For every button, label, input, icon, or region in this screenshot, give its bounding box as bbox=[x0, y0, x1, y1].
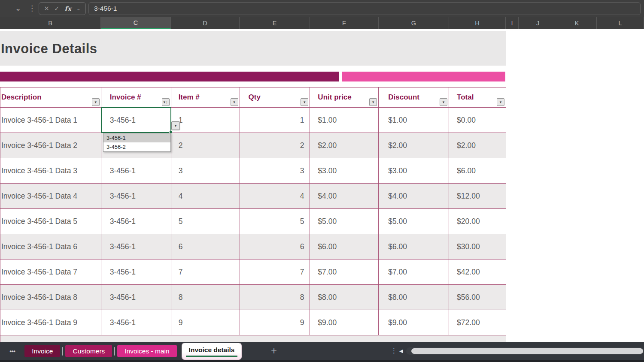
column-header-E[interactable]: E bbox=[240, 17, 310, 29]
filter-button[interactable]: ▾ bbox=[369, 98, 377, 106]
cell[interactable]: 3 bbox=[240, 158, 310, 183]
cell[interactable]: 3 bbox=[171, 158, 240, 183]
cell[interactable]: 2 bbox=[240, 133, 310, 158]
sheet-tab-invoices-main[interactable]: Invoices - main bbox=[117, 345, 176, 357]
cell[interactable]: 8 bbox=[240, 285, 310, 310]
cell[interactable]: 3-456-1 bbox=[101, 108, 171, 133]
cell[interactable]: $5.00 bbox=[379, 209, 449, 234]
cell[interactable]: 4 bbox=[240, 184, 310, 208]
add-sheet-button[interactable]: + bbox=[268, 345, 280, 357]
cell[interactable]: $72.00 bbox=[449, 310, 506, 335]
cell[interactable]: 3-456-1 bbox=[101, 234, 171, 259]
cell[interactable]: $8.00 bbox=[310, 285, 379, 310]
filter-button[interactable]: ▾ bbox=[497, 98, 504, 106]
cell[interactable]: 2 bbox=[171, 133, 240, 158]
cell[interactable]: $7.00 bbox=[310, 259, 379, 284]
fx-chevron-icon[interactable]: ⌄ bbox=[76, 6, 81, 12]
cell[interactable]: $3.00 bbox=[310, 158, 379, 183]
dropdown-option[interactable]: 3-456-1 bbox=[103, 133, 170, 142]
cell[interactable]: Invoice 3-456-1 Data 8 bbox=[0, 285, 101, 310]
column-header-D[interactable]: D bbox=[171, 17, 240, 29]
cell[interactable]: $8.00 bbox=[379, 285, 449, 310]
filter-button[interactable]: ▾↑ bbox=[162, 98, 170, 106]
cell[interactable]: 1 bbox=[240, 108, 310, 133]
scroll-left-icon[interactable]: ◀ bbox=[399, 348, 403, 354]
column-header-C[interactable]: C bbox=[101, 17, 171, 29]
cell[interactable]: 7 bbox=[240, 259, 310, 284]
column-header-H[interactable]: H bbox=[449, 17, 506, 29]
cell[interactable]: $2.00 bbox=[310, 133, 379, 158]
column-header-B[interactable]: B bbox=[0, 17, 101, 29]
cell[interactable]: Invoice 3-456-1 Data 6 bbox=[0, 234, 101, 259]
cell[interactable]: Invoice 3-456-1 Data 7 bbox=[0, 259, 101, 284]
formula-input[interactable]: 3-456-1 bbox=[88, 2, 641, 15]
cell[interactable]: $5.00 bbox=[310, 209, 379, 234]
toolbar-kebab-icon[interactable]: ⋮ bbox=[28, 3, 36, 14]
cell[interactable]: $9.00 bbox=[379, 310, 449, 335]
cell[interactable]: Invoice 3-456-1 Data 1 bbox=[0, 108, 101, 133]
cell[interactable]: 3-456-1 bbox=[101, 310, 171, 335]
cell[interactable]: Invoice 3-456-1 Data 5 bbox=[0, 209, 101, 234]
horizontal-scrollbar[interactable] bbox=[406, 347, 644, 355]
cell[interactable]: 8 bbox=[171, 285, 240, 310]
insert-function-icon[interactable]: fx bbox=[64, 5, 71, 13]
cell[interactable]: 3-456-1 bbox=[101, 184, 171, 208]
cell[interactable]: Invoice 3-456-1 Data 2 bbox=[0, 133, 101, 158]
cell[interactable]: $2.00 bbox=[379, 133, 449, 158]
cell[interactable]: 3-456-1 bbox=[101, 285, 171, 310]
cell[interactable]: $56.00 bbox=[449, 285, 506, 310]
cell[interactable]: Invoice 3-456-1 Data 3 bbox=[0, 158, 101, 183]
sheet-tab-invoice-details[interactable]: Invoice details bbox=[182, 343, 242, 359]
cell[interactable]: $42.00 bbox=[449, 259, 506, 284]
cell[interactable]: 5 bbox=[240, 209, 310, 234]
cell[interactable]: $9.00 bbox=[310, 310, 379, 335]
cell[interactable]: $2.00 bbox=[449, 133, 506, 158]
filter-button[interactable]: ▾ bbox=[231, 98, 238, 106]
cell[interactable]: $3.00 bbox=[379, 158, 449, 183]
column-header-I[interactable]: I bbox=[506, 17, 519, 29]
filter-button[interactable]: ▾ bbox=[92, 98, 100, 106]
cell[interactable]: 5 bbox=[171, 209, 240, 234]
cell[interactable]: $6.00 bbox=[449, 158, 506, 183]
cell[interactable]: 9 bbox=[171, 310, 240, 335]
cell[interactable]: 3-456-1 bbox=[101, 259, 171, 284]
name-box-chevron-icon[interactable]: ⌄ bbox=[12, 4, 24, 13]
column-header-L[interactable]: L bbox=[597, 17, 644, 29]
cell[interactable]: 9 bbox=[240, 310, 310, 335]
tabs-overflow-icon[interactable]: ●●● bbox=[9, 349, 15, 353]
cell-dropdown-button[interactable]: ▾ bbox=[171, 121, 180, 130]
cell[interactable]: Invoice 3-456-1 Data 9 bbox=[0, 310, 101, 335]
cell[interactable]: $4.00 bbox=[379, 184, 449, 208]
cell[interactable]: $20.00 bbox=[449, 209, 506, 234]
cell[interactable]: $0.00 bbox=[449, 108, 506, 133]
cell[interactable]: 3-456-1 bbox=[101, 158, 171, 183]
column-header-J[interactable]: J bbox=[519, 17, 557, 29]
filter-button[interactable]: ▾ bbox=[440, 98, 447, 106]
cell[interactable]: $1.00 bbox=[310, 108, 379, 133]
cell[interactable]: 4 bbox=[171, 184, 240, 208]
cell[interactable]: $6.00 bbox=[379, 234, 449, 259]
dropdown-option[interactable]: 3-456-2 bbox=[103, 142, 170, 151]
cell[interactable]: 7 bbox=[171, 259, 240, 284]
sheet-tab-invoice[interactable]: Invoice bbox=[24, 345, 60, 357]
cancel-icon[interactable]: ✕ bbox=[44, 5, 49, 12]
cell[interactable]: $4.00 bbox=[310, 184, 379, 208]
cell[interactable]: 6 bbox=[171, 234, 240, 259]
enter-icon[interactable]: ✓ bbox=[54, 5, 60, 12]
cell[interactable]: $1.00 bbox=[379, 108, 449, 133]
cell[interactable]: 1 bbox=[171, 108, 240, 133]
cell[interactable]: $6.00 bbox=[310, 234, 379, 259]
filter-button[interactable]: ▾ bbox=[301, 98, 308, 106]
cell[interactable]: $7.00 bbox=[379, 259, 449, 284]
column-header-F[interactable]: F bbox=[310, 17, 379, 29]
cell[interactable]: 6 bbox=[240, 234, 310, 259]
cell[interactable]: Invoice 3-456-1 Data 4 bbox=[0, 184, 101, 208]
cell[interactable]: $12.00 bbox=[449, 184, 506, 208]
sheet-tab-customers[interactable]: Customers bbox=[65, 345, 112, 357]
horizontal-scrollbar-thumb[interactable] bbox=[411, 348, 643, 354]
column-header-G[interactable]: G bbox=[379, 17, 449, 29]
column-header-K[interactable]: K bbox=[557, 17, 597, 29]
cell[interactable]: $30.00 bbox=[449, 234, 506, 259]
tabbar-kebab-icon[interactable]: ⋮ bbox=[391, 346, 397, 356]
cell[interactable]: 3-456-1 bbox=[101, 209, 171, 234]
